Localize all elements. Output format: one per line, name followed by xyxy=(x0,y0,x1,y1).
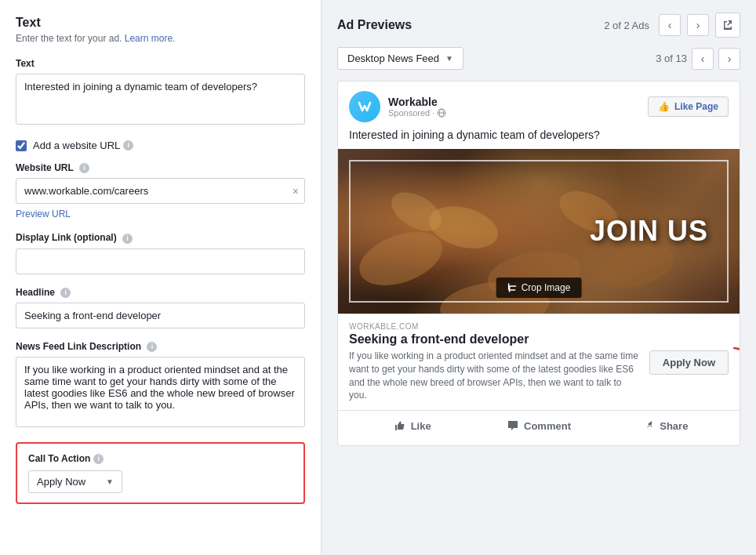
share-icon xyxy=(642,419,655,432)
comment-action-button[interactable]: Comment xyxy=(475,414,602,437)
crop-image-label: Crop Image xyxy=(522,282,571,293)
share-label: Share xyxy=(660,420,688,432)
headline-input[interactable] xyxy=(16,303,305,328)
comment-label: Comment xyxy=(524,420,571,432)
workable-logo-icon xyxy=(354,96,375,117)
ad-card: Workable Sponsored · 👍 xyxy=(337,81,740,446)
add-website-url-checkbox[interactable] xyxy=(16,140,27,151)
display-link-label: Display Link (optional) i xyxy=(16,232,305,243)
ad-count: 2 of 2 Ads xyxy=(604,20,649,31)
join-us-text: JOIN US xyxy=(590,216,708,247)
ad-actions-row: Like Comment Share xyxy=(338,410,740,445)
add-website-url-label: Add a website URL xyxy=(33,140,120,151)
news-feed-field-group: News Feed Link Description i xyxy=(16,341,305,430)
cta-dropdown[interactable]: Apply Now ▼ xyxy=(28,470,122,493)
ad-previews-title: Ad Previews xyxy=(337,18,412,32)
add-website-url-row: Add a website URL i xyxy=(16,140,305,151)
ad-next-button[interactable]: › xyxy=(687,14,709,36)
website-url-info-icon[interactable]: i xyxy=(79,163,89,173)
website-url-input[interactable] xyxy=(16,178,305,204)
placement-prev-button[interactable]: ‹ xyxy=(692,48,714,70)
placement-next-button[interactable]: › xyxy=(718,48,740,70)
text-textarea[interactable] xyxy=(16,74,305,125)
like-icon xyxy=(394,419,406,432)
comment-icon xyxy=(507,419,519,432)
display-link-info-icon[interactable]: i xyxy=(122,234,133,244)
ad-description-text: Interested in joining a dynamic team of … xyxy=(338,129,740,149)
like-label: Like xyxy=(411,420,431,432)
headline-label: Headline i xyxy=(16,287,305,298)
panel-title: Text xyxy=(16,16,305,30)
ad-nav-right: 2 of 2 Ads ‹ › xyxy=(604,13,740,38)
display-link-field-group: Display Link (optional) i xyxy=(16,232,305,274)
external-link-button[interactable] xyxy=(715,13,740,38)
headline-info-icon[interactable]: i xyxy=(60,288,71,298)
brand-name: Workable xyxy=(388,96,446,108)
thumbs-up-icon: 👍 xyxy=(658,101,670,112)
globe-icon xyxy=(437,108,446,118)
news-feed-label: News Feed Link Description i xyxy=(16,341,305,352)
crop-image-button[interactable]: Crop Image xyxy=(496,278,582,298)
ad-link-info: WORKABLE.COM Seeking a front-end develop… xyxy=(349,322,640,402)
call-to-action-box: Call To Action i Apply Now ▼ xyxy=(16,442,305,504)
ad-card-header: Workable Sponsored · 👍 xyxy=(338,82,740,129)
external-link-icon xyxy=(722,20,733,31)
ad-image-wrap: JOIN US Crop Image xyxy=(338,149,740,314)
like-action-button[interactable]: Like xyxy=(349,414,475,437)
placement-dropdown[interactable]: Desktop News Feed ▼ xyxy=(337,47,463,70)
cta-label: Call To Action xyxy=(28,453,90,464)
placement-nav: 3 of 13 ‹ › xyxy=(656,48,740,70)
placement-count: 3 of 13 xyxy=(656,53,687,64)
ad-previews-header: Ad Previews 2 of 2 Ads ‹ › xyxy=(337,13,740,38)
ad-prev-button[interactable]: ‹ xyxy=(659,14,681,36)
left-panel: Text Enter the text for your ad. Learn m… xyxy=(0,0,322,555)
like-page-label: Like Page xyxy=(674,101,718,112)
display-link-input[interactable] xyxy=(16,248,305,274)
apply-now-button[interactable]: Apply Now xyxy=(649,350,729,375)
ad-link-row: WORKABLE.COM Seeking a front-end develop… xyxy=(338,314,740,410)
text-field-group: Text xyxy=(16,58,305,127)
placement-bar: Desktop News Feed ▼ 3 of 13 ‹ › xyxy=(337,47,740,70)
crop-icon xyxy=(507,283,517,292)
cta-chevron-icon: ▼ xyxy=(106,477,114,486)
ad-link-description: If you like working in a product oriente… xyxy=(349,350,640,402)
brand-sponsored: Sponsored · xyxy=(388,108,446,118)
placement-chevron-icon: ▼ xyxy=(445,54,453,63)
ad-link-domain: WORKABLE.COM xyxy=(349,322,640,331)
ad-link-row-wrapper: WORKABLE.COM Seeking a front-end develop… xyxy=(338,314,740,410)
brand-logo xyxy=(349,91,380,122)
news-feed-textarea[interactable] xyxy=(16,357,305,427)
learn-more-link[interactable]: Learn more. xyxy=(125,33,176,44)
cta-info-icon[interactable]: i xyxy=(93,454,104,464)
ad-link-headline: Seeking a front-end developer xyxy=(349,332,640,346)
sponsored-dot: · xyxy=(432,108,434,118)
website-url-label: Website URL i xyxy=(16,162,305,173)
share-action-button[interactable]: Share xyxy=(602,414,729,437)
sponsored-label: Sponsored xyxy=(388,108,430,118)
text-label: Text xyxy=(16,58,305,69)
cta-value: Apply Now xyxy=(37,476,85,488)
headline-field-group: Headline i xyxy=(16,287,305,328)
ad-footer: WORKABLE.COM Seeking a front-end develop… xyxy=(338,314,740,445)
cta-label-row: Call To Action i xyxy=(28,453,293,464)
right-panel: Ad Previews 2 of 2 Ads ‹ › Desktop News … xyxy=(322,0,756,555)
website-url-field-group: Website URL i × Preview URL xyxy=(16,162,305,219)
ad-brand-info: Workable Sponsored · xyxy=(349,91,446,122)
like-page-button[interactable]: 👍 Like Page xyxy=(648,96,729,117)
add-website-url-info-icon[interactable]: i xyxy=(123,140,133,151)
panel-subtitle: Enter the text for your ad. Learn more. xyxy=(16,33,305,44)
url-clear-button[interactable]: × xyxy=(293,185,299,198)
placement-label: Desktop News Feed xyxy=(347,53,439,64)
brand-text: Workable Sponsored · xyxy=(388,96,446,118)
news-feed-info-icon[interactable]: i xyxy=(147,342,157,352)
website-url-wrap: × xyxy=(16,178,305,204)
preview-url-link[interactable]: Preview URL xyxy=(16,209,305,219)
